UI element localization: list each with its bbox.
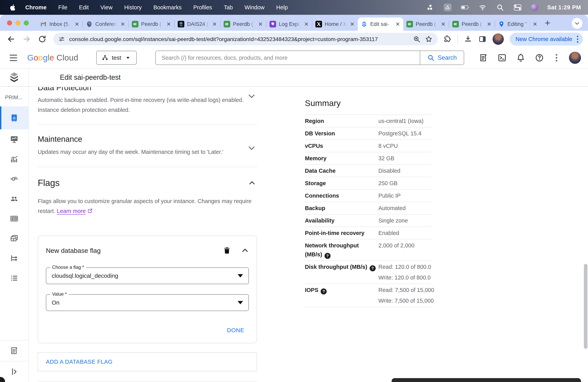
tab-log-expl[interactable]: Log Expl× — [266, 18, 312, 31]
back-arrow-icon[interactable] — [40, 73, 49, 82]
menu-tab[interactable]: Tab — [218, 4, 239, 11]
chevron-down-icon[interactable] — [247, 92, 256, 100]
new-tab-button[interactable]: + — [545, 18, 550, 28]
tab-peerdb[interactable]: Peerdb (× — [129, 18, 174, 31]
tab-inbox-5[interactable]: Inbox (5,× — [37, 18, 83, 31]
add-database-flag-button[interactable]: ADD A DATABASE FLAG — [38, 352, 257, 371]
tab-search-button[interactable] — [572, 18, 583, 29]
close-tab-icon[interactable]: × — [166, 21, 171, 28]
side-panel-icon[interactable] — [478, 35, 487, 43]
tab-peerdb[interactable]: Peerdb (× — [221, 18, 266, 31]
help-icon[interactable]: ? — [370, 265, 376, 271]
operations-icon — [10, 274, 19, 283]
close-tab-icon[interactable]: × — [441, 21, 446, 28]
tab-editing[interactable]: Editing "× — [495, 18, 541, 31]
sidebar-item-instance-overview[interactable] — [0, 106, 28, 129]
help-icon[interactable]: ? — [321, 288, 327, 295]
sidebar-item-users[interactable] — [0, 189, 28, 209]
stats-icon[interactable] — [426, 3, 434, 11]
browser-menu-icon[interactable] — [575, 36, 580, 42]
gcloud-logo[interactable]: Google Cloud — [27, 53, 78, 63]
zoom-icon[interactable] — [413, 35, 420, 43]
back-icon[interactable] — [7, 35, 16, 43]
close-tab-icon[interactable]: × — [533, 21, 537, 28]
summary-row-label: vCPUs — [305, 141, 378, 150]
sidebar-item-operations[interactable] — [0, 268, 28, 288]
menu-profiles[interactable]: Profiles — [188, 4, 218, 11]
flag-value-select[interactable]: Value * On — [46, 294, 249, 311]
chevron-up-icon[interactable] — [248, 179, 256, 187]
wifi-icon[interactable] — [478, 3, 487, 11]
help-icon[interactable] — [535, 53, 544, 63]
cloud-search-button[interactable]: Search — [420, 51, 464, 65]
tab-conferen[interactable]: Conferen× — [83, 18, 128, 31]
menu-chrome[interactable]: Chrome — [20, 4, 53, 11]
nav-menu-icon[interactable] — [10, 55, 17, 61]
forward-icon[interactable] — [22, 35, 31, 43]
url-text[interactable]: console.cloud.google.com/sql/instances/s… — [69, 36, 409, 42]
close-tab-icon[interactable]: × — [212, 21, 217, 28]
control-center-icon[interactable] — [513, 3, 522, 11]
extensions-icon[interactable] — [443, 35, 452, 43]
choose-flag-select[interactable]: Choose a flag * cloudsql.logical_decodin… — [46, 267, 249, 284]
sidebar-item-databases[interactable] — [0, 209, 28, 229]
notifications-bell-icon[interactable] — [516, 53, 525, 63]
close-tab-icon[interactable]: × — [395, 21, 400, 28]
address-bar[interactable]: console.cloud.google.com/sql/instances/s… — [53, 33, 438, 45]
sidebar-item-replicas[interactable] — [0, 248, 28, 268]
menu-bookmarks[interactable]: Bookmarks — [147, 4, 188, 11]
gcloud-logo-google: Google — [27, 53, 54, 63]
fullscreen-window-button[interactable] — [24, 21, 29, 25]
tab-peerdb[interactable]: Peerdb (× — [403, 18, 449, 31]
menu-view[interactable]: View — [94, 4, 118, 11]
menu-edit[interactable]: Edit — [73, 4, 94, 11]
reload-icon[interactable] — [38, 35, 47, 43]
more-options-icon[interactable] — [554, 54, 559, 62]
tab-peerdb[interactable]: Peerdb (× — [449, 18, 495, 31]
close-tab-icon[interactable]: × — [304, 21, 309, 28]
close-tab-icon[interactable]: × — [487, 21, 492, 28]
close-tab-icon[interactable]: × — [350, 21, 355, 28]
app-triangle-icon[interactable] — [443, 3, 452, 11]
sidebar-item-connections[interactable] — [0, 169, 28, 189]
menu-history[interactable]: History — [118, 4, 147, 11]
minimize-window-button[interactable] — [15, 21, 21, 25]
menu-help[interactable]: Help — [271, 4, 294, 11]
sidebar-item-query-insights[interactable] — [0, 149, 28, 169]
close-tab-icon[interactable]: × — [120, 21, 125, 28]
account-avatar[interactable] — [569, 52, 581, 64]
release-notes-icon[interactable] — [479, 53, 488, 63]
sidebar-release-notes[interactable] — [0, 340, 28, 361]
tab-dais24[interactable]: DAISDAIS24 (× — [175, 18, 220, 31]
tab-home-x[interactable]: Home / X× — [312, 18, 358, 31]
delete-flag-icon[interactable] — [223, 246, 231, 255]
cloud-search-input[interactable] — [155, 51, 420, 65]
close-tab-icon[interactable]: × — [258, 21, 263, 28]
chrome-update-button[interactable]: New Chrome available — [510, 33, 583, 45]
menu-window[interactable]: Window — [239, 4, 270, 11]
site-settings-icon[interactable] — [58, 36, 65, 42]
browser-profile-avatar[interactable] — [493, 33, 504, 45]
summary-row-value: Disabled — [378, 166, 400, 175]
done-button[interactable]: DONE — [227, 327, 244, 333]
learn-more-link[interactable]: Learn more — [57, 208, 85, 214]
scrollbar-thumb[interactable] — [584, 264, 588, 349]
tab-edit-sai[interactable]: Edit sai-× — [358, 18, 403, 31]
menu-file[interactable]: File — [53, 4, 73, 11]
sidebar-item-backups[interactable] — [0, 229, 28, 248]
project-picker[interactable]: test — [96, 51, 137, 65]
bookmark-star-icon[interactable] — [425, 35, 433, 43]
collapse-flag-icon[interactable] — [241, 247, 249, 255]
apple-icon[interactable] — [9, 3, 17, 12]
search-icon[interactable] — [496, 3, 504, 11]
close-tab-icon[interactable]: × — [74, 21, 79, 28]
cloud-shell-icon[interactable] — [497, 53, 507, 63]
menubar-clock[interactable]: Sat 1:29 PM — [547, 4, 581, 11]
chevron-down-icon[interactable] — [247, 144, 256, 152]
downloads-icon[interactable] — [464, 35, 472, 43]
sidebar-item-system-insights[interactable] — [0, 129, 28, 149]
close-window-button[interactable] — [7, 21, 12, 25]
battery-icon[interactable] — [461, 3, 469, 11]
siri-icon[interactable] — [531, 4, 538, 11]
help-icon[interactable]: ? — [325, 253, 331, 259]
